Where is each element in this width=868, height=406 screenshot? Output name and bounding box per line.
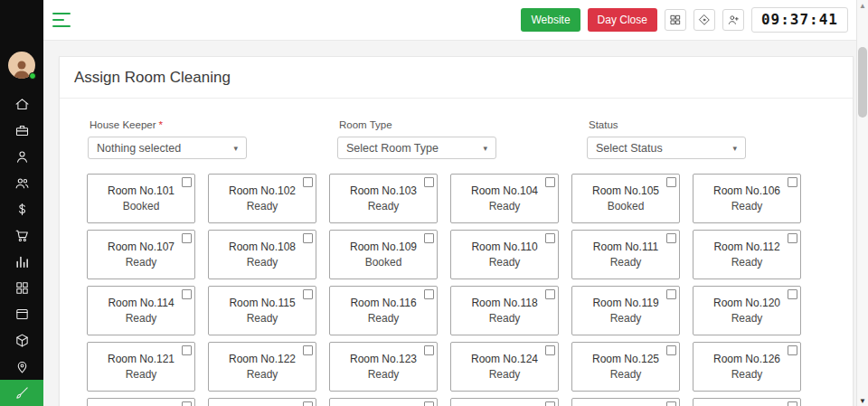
filter-group: Status Select Status ▾	[587, 119, 746, 159]
room-checkbox[interactable]	[182, 289, 192, 299]
room-card[interactable]: Room No.124 Ready	[450, 342, 559, 392]
room-status: Ready	[731, 368, 763, 381]
scrollbar-thumb[interactable]	[858, 47, 867, 118]
room-card[interactable]: Room No.125 Ready	[571, 342, 680, 392]
menu-toggle-icon[interactable]	[52, 13, 72, 27]
room-card[interactable]	[208, 398, 316, 406]
room-checkbox[interactable]	[424, 177, 434, 187]
room-card[interactable]: Room No.109 Booked	[329, 230, 438, 279]
sidebar-item-home[interactable]	[0, 91, 43, 118]
scroll-down-arrow-icon[interactable]: ▼	[857, 395, 868, 406]
room-card[interactable]: Room No.123 Ready	[329, 342, 438, 392]
sidebar-item-payments[interactable]	[0, 196, 43, 222]
sidebar-item-inventory[interactable]	[0, 118, 43, 144]
room-card[interactable]: Room No.126 Ready	[693, 342, 801, 392]
room-card[interactable]	[571, 398, 680, 406]
room-checkbox[interactable]	[303, 289, 313, 299]
room-card[interactable]: Room No.112 Ready	[693, 230, 801, 279]
room-card[interactable]: Room No.101 Booked	[87, 174, 195, 223]
room-card[interactable]: Room No.121 Ready	[87, 342, 195, 392]
sidebar-item-packages[interactable]	[0, 327, 43, 354]
navigation-button[interactable]	[693, 9, 715, 31]
room-card[interactable]: Room No.105 Booked	[571, 174, 680, 223]
apps-grid-button[interactable]	[665, 9, 686, 31]
header-actions: Website Day Close 09:37:41	[521, 7, 848, 33]
room-checkbox[interactable]	[545, 345, 555, 355]
room-card[interactable]: Room No.103 Ready	[329, 174, 438, 223]
room-checkbox[interactable]	[303, 345, 313, 355]
room-card[interactable]: Room No.102 Ready	[208, 174, 316, 223]
room-card[interactable]: Room No.119 Ready	[571, 286, 680, 335]
room-card[interactable]: Room No.115 Ready	[208, 286, 316, 335]
room-status: Ready	[368, 200, 400, 212]
room-card[interactable]: Room No.120 Ready	[693, 286, 801, 335]
main-area: Website Day Close 09:37:41 Assign Room C…	[43, 0, 868, 406]
filter-select[interactable]: Select Status ▾	[587, 137, 746, 159]
room-checkbox[interactable]	[303, 177, 313, 187]
room-checkbox[interactable]	[545, 289, 555, 299]
room-card[interactable]: Room No.114 Ready	[87, 286, 195, 335]
room-checkbox[interactable]	[788, 177, 797, 187]
day-close-button[interactable]: Day Close	[588, 8, 657, 32]
cart-icon	[14, 228, 30, 243]
room-card[interactable]: Room No.107 Ready	[87, 230, 195, 279]
user-avatar[interactable]	[8, 52, 35, 79]
room-checkbox[interactable]	[666, 233, 676, 243]
room-checkbox[interactable]	[424, 233, 434, 243]
room-checkbox[interactable]	[545, 233, 555, 243]
room-checkbox[interactable]	[545, 177, 555, 187]
room-checkbox[interactable]	[545, 401, 555, 406]
room-status: Ready	[610, 312, 642, 325]
room-checkbox[interactable]	[424, 401, 434, 406]
room-card[interactable]: Room No.104 Ready	[450, 174, 559, 223]
room-checkbox[interactable]	[666, 345, 676, 355]
room-checkbox[interactable]	[303, 401, 313, 406]
sidebar-item-housekeeping[interactable]	[0, 380, 43, 406]
room-card[interactable]	[450, 398, 559, 406]
room-checkbox[interactable]	[182, 233, 192, 243]
scroll-up-arrow-icon[interactable]: ▲	[857, 0, 868, 11]
filter-select[interactable]: Select Room Type ▾	[337, 137, 496, 159]
filters-row: House Keeper* Nothing selected ▾ Room Ty…	[60, 99, 853, 159]
room-card[interactable]: Room No.116 Ready	[329, 286, 438, 335]
sidebar-item-frontdesk[interactable]	[0, 301, 43, 327]
sidebar-item-guest[interactable]	[0, 144, 43, 170]
sidebar-item-staff[interactable]	[0, 170, 43, 196]
room-checkbox[interactable]	[303, 233, 313, 243]
room-checkbox[interactable]	[666, 177, 676, 187]
website-button[interactable]: Website	[521, 8, 580, 32]
add-user-button[interactable]	[722, 9, 744, 31]
room-name: Room No.119	[592, 297, 658, 309]
room-checkbox[interactable]	[666, 401, 676, 406]
room-checkbox[interactable]	[424, 345, 434, 355]
room-card[interactable]: Room No.108 Ready	[208, 230, 316, 279]
vertical-scrollbar[interactable]: ▲ ▼	[856, 0, 868, 406]
room-card[interactable]: Room No.118 Ready	[450, 286, 559, 335]
room-checkbox[interactable]	[182, 345, 192, 355]
room-checkbox[interactable]	[182, 401, 192, 406]
room-name: Room No.114	[108, 297, 174, 309]
room-checkbox[interactable]	[788, 289, 797, 299]
room-card[interactable]	[693, 398, 801, 406]
room-checkbox[interactable]	[788, 401, 797, 406]
compass-diamond-icon	[698, 14, 711, 26]
room-card[interactable]	[87, 398, 195, 406]
room-card[interactable]: Room No.110 Ready	[450, 230, 559, 279]
sidebar-item-apps[interactable]	[0, 275, 43, 301]
app-window: Website Day Close 09:37:41 Assign Room C…	[0, 0, 868, 406]
room-checkbox[interactable]	[424, 289, 434, 299]
room-status: Ready	[247, 256, 278, 269]
room-card[interactable]: Room No.111 Ready	[571, 230, 680, 279]
room-name: Room No.104	[471, 184, 538, 197]
room-checkbox[interactable]	[788, 345, 797, 355]
room-card[interactable]	[329, 398, 438, 406]
sidebar-item-pos[interactable]	[0, 222, 43, 249]
room-checkbox[interactable]	[182, 177, 192, 187]
room-card[interactable]: Room No.106 Ready	[693, 174, 801, 223]
room-checkbox[interactable]	[666, 289, 676, 299]
room-card[interactable]: Room No.122 Ready	[208, 342, 316, 392]
sidebar-item-location[interactable]	[0, 354, 43, 380]
filter-select[interactable]: Nothing selected ▾	[88, 137, 247, 159]
sidebar-item-reports[interactable]	[0, 249, 43, 275]
room-checkbox[interactable]	[788, 233, 797, 243]
